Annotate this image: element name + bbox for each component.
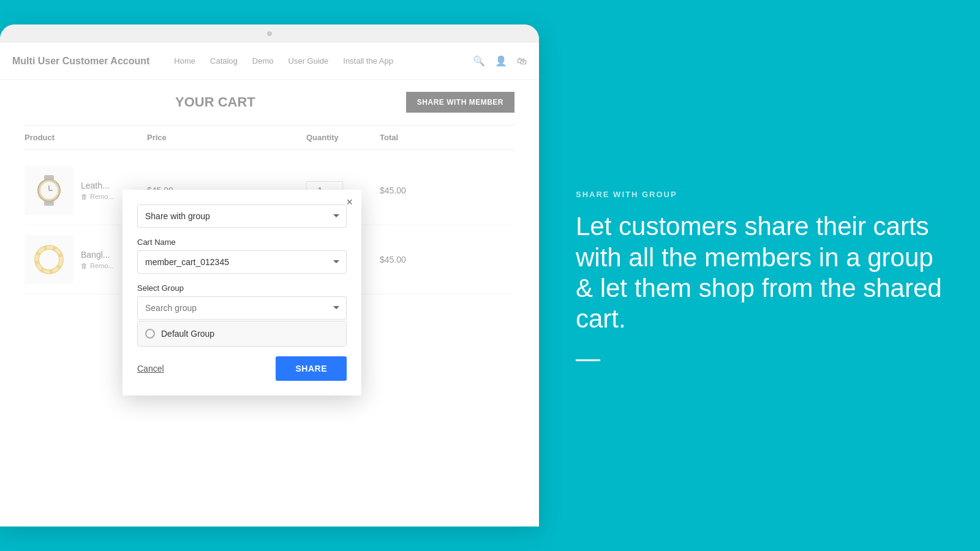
feature-headline: Let customers share their carts with all… xyxy=(576,211,943,335)
laptop-notch xyxy=(0,24,539,43)
action-select-row: Share with group xyxy=(137,204,347,228)
group-dropdown: Default Group xyxy=(137,321,347,347)
select-group-label: Select Group xyxy=(137,283,347,293)
action-select[interactable]: Share with group xyxy=(137,204,347,228)
modal-actions: Cancel SHARE xyxy=(137,356,347,381)
right-panel: SHARE WITH GROUP Let customers share the… xyxy=(539,0,980,551)
left-panel: Multi User Customer Account Home Catalog… xyxy=(0,0,539,551)
laptop-screen: Multi User Customer Account Home Catalog… xyxy=(0,43,539,527)
search-group-input[interactable] xyxy=(137,296,347,320)
laptop-frame: Multi User Customer Account Home Catalog… xyxy=(0,24,539,527)
share-button[interactable]: SHARE xyxy=(276,356,347,381)
cart-name-label: Cart Name xyxy=(137,238,347,247)
share-group-modal: × Share with group Cart Name member_cart… xyxy=(123,190,361,395)
modal-close-button[interactable]: × xyxy=(346,196,353,209)
cart-name-row: Cart Name member_cart_012345 xyxy=(137,238,347,274)
feature-underline xyxy=(576,359,600,361)
cancel-button[interactable]: Cancel xyxy=(137,364,164,373)
group-option-label: Default Group xyxy=(161,329,214,339)
select-group-row: Select Group Default Group xyxy=(137,283,347,347)
notch-dot xyxy=(267,31,272,36)
cart-name-select[interactable]: member_cart_012345 xyxy=(137,250,347,274)
search-group-container xyxy=(137,296,347,320)
group-option-default[interactable]: Default Group xyxy=(138,321,346,346)
radio-default-group[interactable] xyxy=(145,329,155,339)
feature-label: SHARE WITH GROUP xyxy=(576,190,943,199)
